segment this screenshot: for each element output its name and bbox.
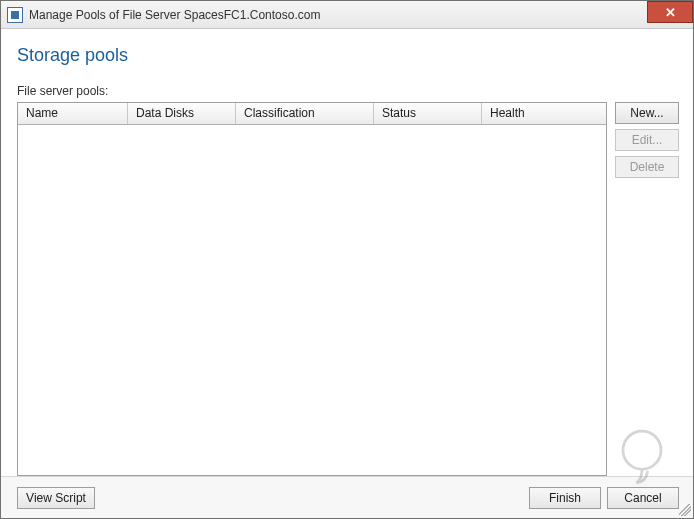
pools-table[interactable]: Name Data Disks Classification Status He… — [17, 102, 607, 476]
page-title: Storage pools — [17, 45, 679, 66]
col-data-disks[interactable]: Data Disks — [128, 103, 236, 124]
pools-label: File server pools: — [17, 84, 679, 98]
cancel-button[interactable]: Cancel — [607, 487, 679, 509]
table-header: Name Data Disks Classification Status He… — [18, 103, 606, 125]
view-script-button[interactable]: View Script — [17, 487, 95, 509]
finish-button[interactable]: Finish — [529, 487, 601, 509]
col-name[interactable]: Name — [18, 103, 128, 124]
app-icon — [7, 7, 23, 23]
dialog-window: Manage Pools of File Server SpacesFC1.Co… — [0, 0, 694, 519]
titlebar[interactable]: Manage Pools of File Server SpacesFC1.Co… — [1, 1, 693, 29]
window-title: Manage Pools of File Server SpacesFC1.Co… — [29, 8, 320, 22]
delete-button: Delete — [615, 156, 679, 178]
main-row: Name Data Disks Classification Status He… — [17, 102, 679, 476]
col-health[interactable]: Health — [482, 103, 606, 124]
col-classification[interactable]: Classification — [236, 103, 374, 124]
side-buttons: New... Edit... Delete — [615, 102, 679, 476]
edit-button: Edit... — [615, 129, 679, 151]
content-area: Storage pools File server pools: Name Da… — [1, 29, 693, 476]
table-body[interactable] — [18, 125, 606, 475]
footer: View Script Finish Cancel — [1, 476, 693, 518]
col-status[interactable]: Status — [374, 103, 482, 124]
close-button[interactable]: ✕ — [647, 1, 693, 23]
new-button[interactable]: New... — [615, 102, 679, 124]
close-icon: ✕ — [665, 5, 676, 20]
